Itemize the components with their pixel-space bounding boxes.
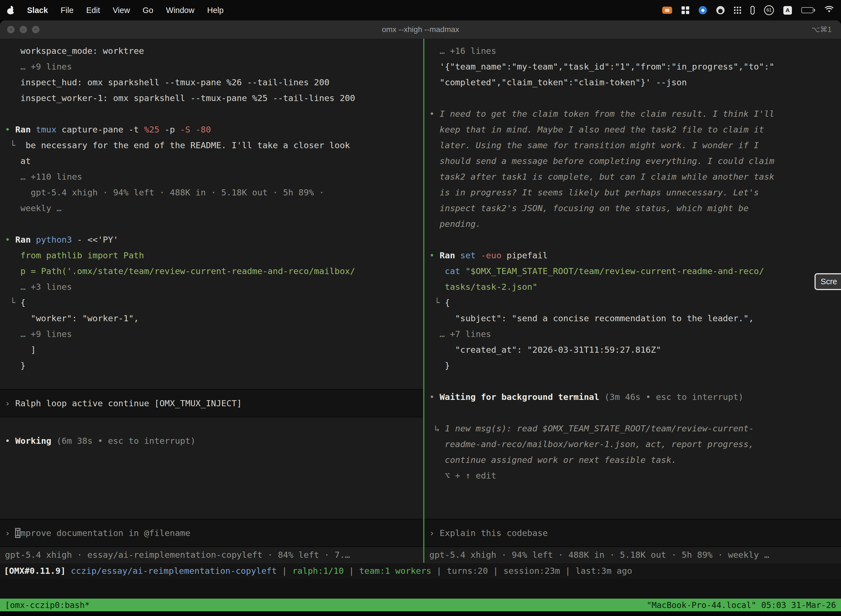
text-segment: › [5, 398, 15, 408]
terminal-split-area: workspace_mode: worktree … +9 lines insp… [0, 39, 841, 563]
text-segment: mprove documentation in @filename [21, 528, 190, 538]
menu-help[interactable]: Help [207, 6, 224, 15]
window-grid-icon[interactable] [681, 6, 689, 14]
tmux-status-bar: [omx-cczip0:bash* "MacBook-Pro-44.local"… [0, 598, 841, 611]
omx-status-line: [OMX#0.11.9] cczip/essay/ai-reimplementa… [0, 563, 841, 579]
text-segment: { [445, 298, 450, 308]
screen-share-overlay-chip[interactable]: Scre [815, 273, 841, 290]
text-segment: … +7 lines [429, 329, 491, 339]
terminal-row: inspect_hud: omx sparkshell --tmux-pane … [5, 75, 418, 90]
terminal-row: └ { [429, 295, 836, 311]
prompt-box[interactable]: › Ralph loop active continue [OMX_TMUX_I… [0, 389, 423, 417]
text-segment: gpt-5.4 xhigh · essay/ai-reimplementatio… [5, 550, 350, 560]
text-segment: be necessary for the end of the README. … [26, 140, 350, 150]
text-segment: pipefail [507, 250, 548, 260]
text-segment: ↳ [429, 423, 445, 433]
wifi-icon[interactable] [825, 6, 834, 15]
terminal-row: cat "$OMX_TEAM_STATE_ROOT/team/review-cu… [429, 263, 836, 279]
text-segment: last:3m ago [576, 566, 632, 576]
text-segment: "worker": "worker-1", [5, 313, 139, 323]
terminal-row: } [429, 358, 836, 373]
menu-file[interactable]: File [61, 6, 74, 15]
terminal-row: inspect_worker-1: omx sparkshell --tmux-… [5, 90, 418, 106]
terminal-row: weekly … [5, 200, 418, 216]
launcher-dots-icon[interactable] [734, 7, 741, 14]
apple-menu-icon[interactable] [7, 6, 14, 14]
text-segment: › [5, 528, 15, 538]
terminal-row: from pathlib import Path [5, 248, 418, 263]
text-segment: └ [5, 140, 26, 150]
menu-edit[interactable]: Edit [86, 6, 100, 15]
utility-pill-icon[interactable] [750, 6, 755, 15]
text-segment: set [460, 250, 476, 260]
terminal-row: is in progress? It seems likely but perh… [429, 185, 836, 200]
text-segment: task2 after task1 is complete, but can I… [429, 172, 774, 182]
text-segment: • [429, 392, 440, 402]
terminal-blank-row [429, 232, 836, 248]
text-segment: from pathlib import Path [5, 250, 144, 260]
model-status-line: gpt-5.4 xhigh · essay/ai-reimplementatio… [5, 547, 418, 563]
screen-recording-stop-icon[interactable] [662, 7, 672, 14]
text-segment: python3 [36, 235, 72, 245]
terminal-row: workspace_mode: worktree [5, 43, 418, 59]
terminal-row: ] [5, 342, 418, 358]
terminal-row: "subject": "send a concise recommendatio… [429, 311, 836, 326]
github-app-icon[interactable] [716, 6, 725, 14]
text-segment: tasks/task-2.json" [429, 282, 538, 292]
terminal-row: • Ran python3 - <<'PY' [5, 232, 418, 248]
terminal-row: • Waiting for background terminal (3m 46… [429, 389, 836, 405]
terminal-row: gpt-5.4 xhigh · 94% left · 488K in · 5.1… [5, 185, 418, 200]
menu-window[interactable]: Window [166, 6, 195, 15]
terminal-row: task2 after task1 is complete, but can I… [429, 169, 836, 185]
text-segment: tmux [36, 125, 57, 134]
text-segment: '{"team_name":"my-team","task_id":"1","f… [429, 62, 774, 72]
text-segment: weekly … [5, 203, 62, 213]
window-title-bar[interactable]: × – + omx --xhigh --madmax ⌥⌘1 [0, 21, 841, 39]
prompt-box[interactable]: › Improve documentation in @filename [0, 519, 423, 547]
text-segment: | [344, 566, 359, 576]
terminal-row: ⌥ + ↑ edit [429, 468, 836, 484]
pane-spacer [429, 484, 836, 519]
text-segment: team:1 workers [359, 566, 431, 576]
terminal-pane-left[interactable]: workspace_mode: worktree … +9 lines insp… [0, 39, 423, 563]
terminal-row: keep that in mind. Maybe I also need the… [429, 122, 836, 138]
terminal-row: later. Using the same for transition mig… [429, 138, 836, 153]
text-segment: • [5, 125, 15, 134]
text-segment: ralph:1/10 [292, 566, 344, 576]
terminal-row: "worker": "worker-1", [5, 311, 418, 326]
terminal-row: … +110 lines [5, 169, 418, 185]
battery-percent-badge[interactable]: 61 [764, 5, 774, 15]
text-segment: … +3 lines [5, 282, 72, 292]
text-segment: … +16 lines [429, 46, 497, 56]
terminal-row: inspect task2's JSON, focusing on the st… [429, 200, 836, 216]
text-segment: [OMX#0.11.9] [4, 566, 71, 576]
battery-icon[interactable] [801, 7, 815, 13]
text-segment: gpt-5.4 xhigh · 94% left · 488K in · 5.1… [5, 188, 324, 197]
prompt-box[interactable]: › Explain this codebase [424, 519, 841, 547]
text-segment: (3m 46s • esc to interrupt) [599, 392, 744, 402]
text-segment: Ran [440, 250, 460, 260]
text-segment: … +9 lines [5, 62, 72, 72]
terminal-row: … +7 lines [429, 326, 836, 342]
text-segment: -p [160, 125, 180, 134]
terminal-window: × – + omx --xhigh --madmax ⌥⌘1 workspace… [0, 21, 841, 616]
text-segment: workspace_mode: worktree [5, 46, 144, 56]
pane-spacer [5, 449, 418, 519]
text-segment: ⌥ + ↑ edit [429, 471, 497, 481]
terminal-row: └ { [5, 295, 418, 311]
text-segment: "created_at": "2026-03-31T11:59:27.816Z" [429, 345, 661, 355]
terminal-bottom-gap [0, 579, 841, 598]
menu-view[interactable]: View [113, 6, 130, 15]
text-segment: "completed","claim_token":"claim-token"}… [429, 77, 687, 87]
menu-app-name[interactable]: Slack [27, 6, 48, 15]
camera-app-icon[interactable] [699, 6, 707, 14]
terminal-row: … +9 lines [5, 59, 418, 75]
text-segment: p = Path('.omx/state/team/review-current… [5, 266, 355, 276]
input-source-icon[interactable]: A [783, 6, 792, 15]
menu-go[interactable]: Go [143, 6, 154, 15]
text-segment: 1 new msg(s): read $OMX_TEAM_STATE_ROOT/… [445, 423, 754, 433]
terminal-pane-right[interactable]: … +16 lines '{"team_name":"my-team","tas… [424, 39, 841, 563]
text-segment: -euo [476, 250, 507, 260]
terminal-row: "completed","claim_token":"claim-token"}… [429, 75, 836, 90]
text-segment: { [21, 298, 26, 308]
